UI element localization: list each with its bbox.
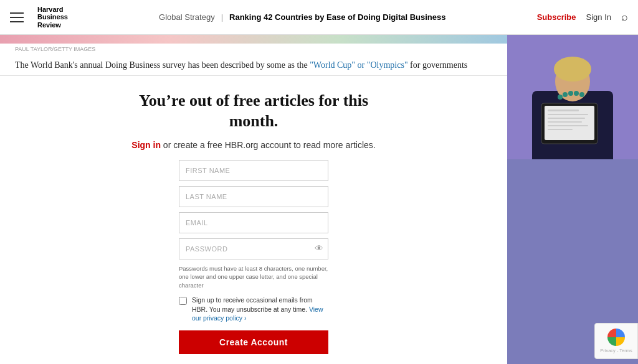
- header: Harvard Business Review Global Strategy …: [0, 0, 638, 35]
- create-account-button[interactable]: Create Account: [179, 330, 328, 354]
- nav-category[interactable]: Global Strategy: [159, 12, 215, 22]
- search-icon[interactable]: ⌕: [621, 11, 628, 24]
- email-signup-row: Sign up to receive occasional emails fro…: [179, 296, 328, 323]
- paywall-subtitle-rest: or create a free HBR.org account to read…: [161, 140, 376, 150]
- svg-point-6: [568, 91, 573, 96]
- person-svg: [513, 35, 632, 159]
- password-wrapper: 👁: [179, 238, 328, 259]
- svg-point-3: [554, 57, 591, 82]
- article-caption: PAUL TAYLOR/GETTY IMAGES: [0, 46, 507, 52]
- sidebar-person-image: [507, 35, 638, 159]
- password-hint: Passwords must have at least 8 character…: [179, 264, 328, 289]
- header-signin-link[interactable]: Sign In: [586, 12, 611, 22]
- svg-rect-11: [548, 110, 579, 111]
- first-name-input[interactable]: [179, 160, 328, 181]
- recaptcha-terms: Privacy - Terms: [600, 348, 632, 354]
- article-image-strip: [0, 35, 507, 44]
- paywall-title: You’re out of free articles for this mon…: [135, 91, 372, 131]
- header-actions: Subscribe Sign In ⌕: [537, 11, 628, 24]
- link-world-cup[interactable]: "World Cup" or "Olympics": [310, 60, 407, 70]
- nav-divider: |: [221, 12, 223, 22]
- paywall-subtitle: Sign in or create a free HBR.org account…: [131, 140, 375, 150]
- svg-rect-14: [548, 121, 582, 123]
- email-signup-label: Sign up to receive occasional emails fro…: [192, 296, 328, 323]
- main-content: PAUL TAYLOR/GETTY IMAGES The World Bank'…: [0, 35, 638, 364]
- svg-point-8: [579, 92, 584, 97]
- logo-line3: Review: [37, 21, 68, 29]
- left-content: PAUL TAYLOR/GETTY IMAGES The World Bank'…: [0, 35, 507, 364]
- logo-line1: Harvard: [37, 6, 68, 13]
- paywall-section: You’re out of free articles for this mon…: [0, 75, 507, 364]
- password-toggle-icon[interactable]: 👁: [315, 244, 323, 254]
- email-input[interactable]: [179, 212, 328, 233]
- svg-point-7: [574, 91, 579, 96]
- svg-rect-13: [548, 118, 585, 119]
- header-nav: Global Strategy | Ranking 42 Countries b…: [68, 12, 537, 22]
- password-input[interactable]: [179, 238, 328, 259]
- logo[interactable]: Harvard Business Review: [37, 6, 68, 28]
- nav-title[interactable]: Ranking 42 Countries by Ease of Doing Di…: [229, 12, 445, 22]
- subscribe-link[interactable]: Subscribe: [537, 12, 576, 22]
- paywall-signin-link[interactable]: Sign in: [131, 140, 161, 150]
- logo-line2: Business: [37, 13, 68, 21]
- svg-point-5: [563, 92, 568, 97]
- svg-rect-15: [548, 125, 588, 126]
- email-signup-checkbox[interactable]: [179, 297, 187, 305]
- last-name-input[interactable]: [179, 186, 328, 207]
- menu-icon[interactable]: [10, 7, 30, 27]
- link-measures[interactable]: measures: [265, 74, 298, 75]
- svg-point-4: [558, 95, 563, 100]
- article-text: The World Bank's annual Doing Business s…: [0, 58, 507, 75]
- svg-rect-16: [548, 129, 573, 130]
- svg-rect-12: [548, 114, 588, 115]
- signup-form: 👁 Passwords must have at least 8 charact…: [179, 160, 328, 354]
- recaptcha-badge: Privacy - Terms: [594, 323, 638, 359]
- recaptcha-logo: [607, 329, 625, 346]
- sidebar-image: [507, 35, 638, 364]
- article-area: PAUL TAYLOR/GETTY IMAGES The World Bank'…: [0, 35, 507, 75]
